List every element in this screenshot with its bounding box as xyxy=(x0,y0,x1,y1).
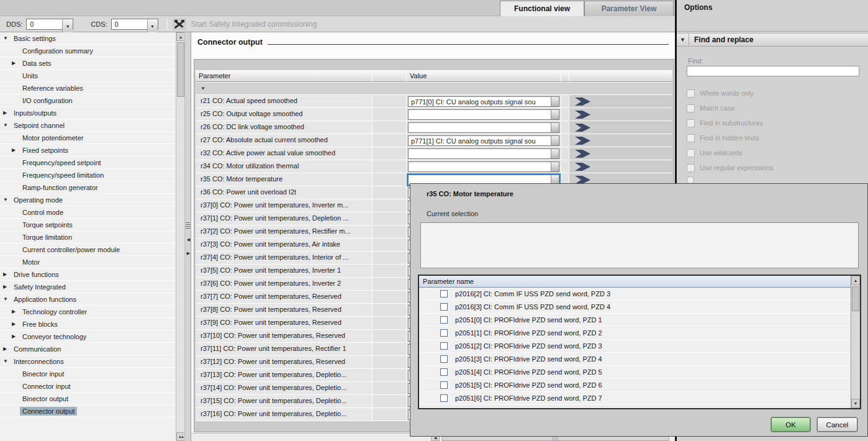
list-item[interactable]: p2051[6] CI: PROFIdrive PZD send word, P… xyxy=(419,392,860,405)
tree-item[interactable]: Data sets xyxy=(0,57,176,70)
checkbox-icon[interactable] xyxy=(440,290,448,298)
view-tab[interactable]: Parameter View xyxy=(584,1,674,16)
tree-item[interactable]: Connector input xyxy=(0,380,176,393)
table-row[interactable]: r21 CO: Actual speed smoothed p771[0] CI… xyxy=(196,95,672,107)
ok-button[interactable]: OK xyxy=(771,417,810,432)
tree-expander-icon[interactable] xyxy=(3,346,11,352)
scroll-down-icon[interactable]: ▲▲ xyxy=(176,432,185,441)
find-input[interactable] xyxy=(687,66,859,76)
tree-item[interactable]: Communication xyxy=(0,343,176,355)
cancel-button[interactable]: Cancel xyxy=(817,417,857,432)
tree-scrollbar[interactable]: ▲ ▲▲ xyxy=(176,32,184,441)
cds-select[interactable]: 0 ▼ xyxy=(111,19,158,30)
interconnection-arrow-icon[interactable] xyxy=(575,137,591,145)
tree-item[interactable]: Frequency/speed limitation xyxy=(0,169,176,181)
table-row[interactable]: r34 CO: Motor utilization thermal xyxy=(196,160,672,173)
checkbox-icon[interactable] xyxy=(440,303,448,311)
tree-expander-icon[interactable] xyxy=(12,60,20,66)
find-and-replace-header[interactable]: ▼ Find and replace xyxy=(677,33,868,47)
table-row[interactable]: r26 CO: DC link voltage smoothed xyxy=(196,121,672,134)
table-row[interactable]: r32 CO: Active power actual value smooth… xyxy=(196,147,672,160)
tree-item[interactable]: Frequency/speed setpoint xyxy=(0,157,176,169)
tree-expander-icon[interactable] xyxy=(3,110,11,116)
interconnection-arrow-icon[interactable] xyxy=(575,163,591,171)
list-item[interactable]: p2051[3] CI: PROFIdrive PZD send word, P… xyxy=(419,353,860,366)
list-item[interactable]: p2051[2] CI: PROFIdrive PZD send word, P… xyxy=(419,340,860,353)
tree-expander-icon[interactable] xyxy=(12,147,20,153)
tree-item[interactable]: Ramp-function generator xyxy=(0,181,176,194)
collapse-section-icon[interactable]: ▼ xyxy=(677,34,689,46)
checkbox-icon[interactable] xyxy=(440,342,448,350)
tree-item[interactable]: Reference variables xyxy=(0,82,176,94)
tree-item[interactable]: Control mode xyxy=(0,206,176,219)
tree-scrollbar-thumb[interactable] xyxy=(177,42,184,97)
tree-item[interactable]: Inputs/outputs xyxy=(0,107,176,119)
checkbox-icon[interactable] xyxy=(440,394,448,402)
interconnection-arrow-icon[interactable] xyxy=(575,124,591,132)
tree-item[interactable]: Basic settings xyxy=(0,32,176,45)
tree-item[interactable]: I/O configuration xyxy=(0,94,176,107)
checkbox-icon[interactable] xyxy=(440,368,448,376)
list-item[interactable]: p2051[5] CI: PROFIdrive PZD send word, P… xyxy=(419,379,860,392)
tree-expander-icon[interactable] xyxy=(3,284,11,289)
scroll-down-icon[interactable]: ▼ xyxy=(851,399,860,408)
interconnection-arrow-icon[interactable] xyxy=(575,150,591,158)
tree-item[interactable]: Torque setpoints xyxy=(0,219,176,231)
list-item[interactable]: p2051[4] CI: PROFIdrive PZD send word, P… xyxy=(419,366,860,379)
tree-item[interactable]: Motor potentiometer xyxy=(0,132,176,144)
browse-button[interactable] xyxy=(551,110,559,119)
splitter-grip-icon[interactable] xyxy=(186,221,191,230)
checkbox-icon[interactable] xyxy=(440,329,448,337)
tree-expander-icon[interactable] xyxy=(12,321,20,327)
tree-item[interactable]: Safety Integrated xyxy=(0,281,176,293)
tree-expander-icon[interactable] xyxy=(3,271,11,277)
tree-item[interactable]: Free blocks xyxy=(0,318,176,330)
tree-item[interactable]: Binector input xyxy=(0,368,176,380)
browse-button[interactable] xyxy=(551,123,559,132)
interconnection-arrow-icon[interactable] xyxy=(575,111,591,119)
value-field[interactable]: p771[0] CI: CU analog outputs signal sou xyxy=(408,96,559,107)
tree-item[interactable]: Drive functions xyxy=(0,268,176,281)
list-scrollbar[interactable]: ▲ ▼ xyxy=(851,276,860,408)
table-row[interactable]: r25 CO: Output voltage smoothed xyxy=(196,108,672,120)
dds-select[interactable]: 0 ▼ xyxy=(26,19,73,30)
filter-row[interactable]: ▼ xyxy=(196,83,672,94)
checkbox-icon[interactable] xyxy=(440,355,448,363)
tree-expander-icon[interactable] xyxy=(12,309,20,314)
filter-dropdown-icon[interactable]: ▼ xyxy=(201,86,206,91)
value-field[interactable] xyxy=(408,122,559,133)
tree-expander-icon[interactable] xyxy=(12,334,20,339)
browse-button[interactable] xyxy=(551,149,559,158)
scroll-up-icon[interactable]: ▲ xyxy=(851,276,860,285)
list-item[interactable]: p2016[2] CI: Comm IF USS PZD send word, … xyxy=(419,288,860,301)
tree-item[interactable]: Conveyor technology xyxy=(0,330,176,343)
tree-item[interactable]: Binector output xyxy=(0,393,176,405)
value-field[interactable] xyxy=(408,148,559,159)
tree-item[interactable]: Torque limitation xyxy=(0,231,176,243)
checkbox-icon[interactable] xyxy=(440,381,448,389)
tree-item[interactable]: Current controller/power module xyxy=(0,243,176,256)
tree-item[interactable]: Units xyxy=(0,70,176,82)
value-field[interactable]: p771[1] CI: CU analog outputs signal sou xyxy=(408,135,559,146)
tree-expander-icon[interactable] xyxy=(3,296,11,302)
view-tab[interactable]: Functional view xyxy=(500,1,584,16)
list-item[interactable]: p2016[3] CI: Comm IF USS PZD send word, … xyxy=(419,301,860,314)
chevron-down-icon[interactable]: ▼ xyxy=(147,19,158,34)
interconnection-arrow-icon[interactable] xyxy=(575,176,591,184)
interconnection-arrow-icon[interactable] xyxy=(575,98,591,106)
list-item[interactable]: p2051[0] CI: PROFIdrive PZD send word, P… xyxy=(419,314,860,327)
browse-button[interactable] xyxy=(551,97,559,106)
tree-item[interactable]: Setpoint channel xyxy=(0,119,176,132)
scroll-up-icon[interactable]: ▲ xyxy=(176,32,185,41)
tree-item[interactable]: Operating mode xyxy=(0,194,176,206)
tree-item[interactable]: Connector output xyxy=(0,405,176,417)
tree-expander-icon[interactable] xyxy=(3,35,11,41)
list-scrollbar-thumb[interactable] xyxy=(852,286,859,311)
browse-button[interactable] xyxy=(551,136,559,145)
chevron-down-icon[interactable]: ▼ xyxy=(62,19,73,34)
tree-expander-icon[interactable] xyxy=(3,358,11,364)
tree-item[interactable]: Fixed setpoints xyxy=(0,144,176,157)
pane-splitter[interactable]: ◀ ▶ xyxy=(184,32,191,441)
value-field[interactable] xyxy=(408,109,559,120)
tree-item[interactable]: Interconnections xyxy=(0,355,176,368)
